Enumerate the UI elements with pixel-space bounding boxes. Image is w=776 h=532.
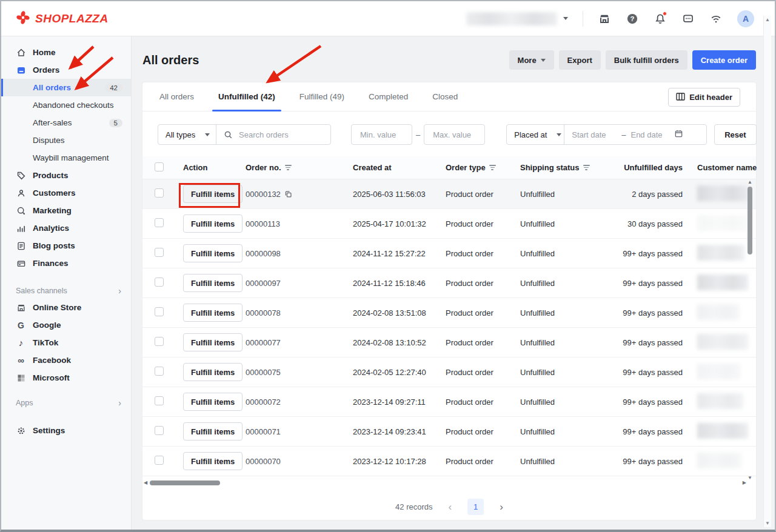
shoplazza-logo[interactable]: SHOPLAZZA <box>1 10 109 27</box>
sidebar-item-orders[interactable]: Orders <box>1 61 131 79</box>
fulfill-items-button[interactable]: Fulfill items <box>183 214 242 233</box>
more-button[interactable]: More <box>509 50 554 70</box>
row-checkbox[interactable] <box>155 307 164 316</box>
create-order-button[interactable]: Create order <box>692 50 756 70</box>
row-checkbox[interactable] <box>155 218 164 227</box>
filter-funnel-icon[interactable] <box>285 165 292 170</box>
order-number-link[interactable]: 00000113 <box>246 219 280 228</box>
order-number-link[interactable]: 00000071 <box>246 427 281 436</box>
scroll-down-arrow[interactable]: ▼ <box>746 475 754 481</box>
sidebar-item-marketing[interactable]: Marketing <box>1 202 131 219</box>
start-date-input[interactable] <box>570 130 618 140</box>
sidebar-item-blog-posts[interactable]: Blog posts <box>1 237 131 254</box>
notifications-bell-icon[interactable] <box>654 12 667 25</box>
row-checkbox[interactable] <box>155 396 164 405</box>
sidebar-item-all-orders[interactable]: All orders 42 <box>1 79 131 96</box>
sales-channels-section[interactable]: Sales channels › <box>1 283 131 299</box>
order-type-filter-select[interactable]: All types <box>158 125 216 144</box>
vertical-scroll-thumb[interactable] <box>748 187 752 254</box>
sidebar-item-finances[interactable]: Finances <box>1 254 131 272</box>
order-number-link[interactable]: 00000098 <box>246 249 281 258</box>
filter-funnel-icon[interactable] <box>583 165 590 170</box>
fulfill-items-button[interactable]: Fulfill items <box>183 185 242 203</box>
export-button[interactable]: Export <box>559 50 601 70</box>
horizontal-scroll-thumb[interactable] <box>150 480 220 485</box>
page-vertical-scrollbar[interactable]: ▲ ▼ <box>763 16 771 527</box>
tab-all-orders[interactable]: All orders <box>159 82 194 111</box>
filter-funnel-icon[interactable] <box>489 165 496 170</box>
order-number-link[interactable]: 00000075 <box>246 368 281 377</box>
fulfill-items-button[interactable]: Fulfill items <box>183 422 242 441</box>
page-scroll-up-arrow[interactable]: ▲ <box>764 17 771 22</box>
sidebar-item-tiktok[interactable]: ♪ TikTok <box>1 334 131 351</box>
copy-icon[interactable] <box>284 190 292 198</box>
fulfill-items-button[interactable]: Fulfill items <box>183 333 242 351</box>
row-checkbox[interactable] <box>155 456 164 465</box>
chat-icon[interactable] <box>681 12 695 25</box>
reset-filters-button[interactable]: Reset <box>714 124 756 145</box>
wifi-icon[interactable] <box>709 12 723 25</box>
row-checkbox[interactable] <box>155 426 164 435</box>
avatar[interactable]: A <box>737 10 754 27</box>
sidebar-item-analytics[interactable]: Analytics <box>1 219 131 237</box>
page-scroll-down-arrow[interactable]: ▼ <box>764 520 771 526</box>
created-at-cell: 2023-12-14 09:27:11 <box>353 397 446 407</box>
sidebar-item-google[interactable]: G Google <box>1 316 131 334</box>
fulfill-items-button[interactable]: Fulfill items <box>183 452 242 470</box>
max-value-input[interactable] <box>432 130 478 140</box>
page-number-1[interactable]: 1 <box>467 499 484 515</box>
sidebar-item-facebook[interactable]: ∞ Facebook <box>1 351 131 369</box>
row-checkbox[interactable] <box>155 248 164 257</box>
sidebar-item-abandoned-checkouts[interactable]: Abandoned checkouts <box>1 96 131 114</box>
sidebar-item-after-sales[interactable]: After-sales 5 <box>1 114 131 131</box>
row-checkbox[interactable] <box>155 337 164 346</box>
min-value-input[interactable] <box>359 130 405 140</box>
sidebar-item-settings[interactable]: Settings <box>1 422 131 439</box>
fulfill-items-button[interactable]: Fulfill items <box>183 274 242 292</box>
search-orders-input[interactable] <box>238 130 323 140</box>
chevron-right-icon: › <box>118 398 121 408</box>
sidebar-item-online-store[interactable]: Online Store <box>1 299 131 316</box>
order-number-link[interactable]: 00000097 <box>246 279 281 288</box>
select-all-checkbox[interactable] <box>155 162 164 171</box>
order-number-link[interactable]: 00000078 <box>246 308 281 318</box>
table-vertical-scrollbar[interactable]: ▲ ▼ <box>746 182 754 480</box>
edit-header-button[interactable]: Edit header <box>668 88 740 107</box>
help-icon[interactable]: ? <box>626 12 639 25</box>
store-switcher[interactable] <box>466 12 568 25</box>
fulfill-items-button[interactable]: Fulfill items <box>183 244 242 262</box>
scroll-left-arrow[interactable]: ◀ <box>144 480 147 486</box>
tab-completed[interactable]: Completed <box>369 82 408 111</box>
table-horizontal-scrollbar[interactable]: ◀ ▶ <box>144 479 748 487</box>
table-row: Fulfill items 00000098 2024-11-12 15:27:… <box>142 239 756 268</box>
next-page-chevron[interactable]: › <box>500 502 503 512</box>
fulfill-items-button[interactable]: Fulfill items <box>183 393 242 411</box>
sidebar-item-home[interactable]: Home <box>1 44 131 61</box>
apps-section[interactable]: Apps › <box>1 395 131 411</box>
order-number-link[interactable]: 00000072 <box>246 397 281 407</box>
tab-unfulfilled[interactable]: Unfulfilled (42) <box>218 82 275 111</box>
order-number-link[interactable]: 00000132 <box>246 190 281 199</box>
row-checkbox[interactable] <box>155 188 164 198</box>
sidebar-item-disputes[interactable]: Disputes <box>1 131 131 149</box>
end-date-input[interactable] <box>629 130 672 140</box>
order-number-link[interactable]: 00000070 <box>246 457 281 466</box>
order-number-link[interactable]: 00000077 <box>246 338 281 347</box>
sidebar-item-waybill-management[interactable]: Waybill management <box>1 149 131 167</box>
fulfill-items-button[interactable]: Fulfill items <box>183 363 242 381</box>
previous-page-chevron[interactable]: ‹ <box>449 502 452 512</box>
sidebar-item-customers[interactable]: Customers <box>1 184 131 202</box>
tab-fulfilled[interactable]: Fulfilled (49) <box>299 82 344 111</box>
scroll-up-arrow[interactable]: ▲ <box>746 179 754 185</box>
row-checkbox[interactable] <box>155 278 164 287</box>
calendar-icon[interactable] <box>674 129 683 141</box>
tab-closed[interactable]: Closed <box>432 82 458 111</box>
fulfill-items-button[interactable]: Fulfill items <box>183 304 242 322</box>
sidebar-item-products[interactable]: Products <box>1 167 131 184</box>
date-type-filter-select[interactable]: Placed at <box>507 125 564 144</box>
storefront-icon[interactable] <box>598 12 611 25</box>
row-checkbox[interactable] <box>155 367 164 376</box>
bulk-fulfill-orders-button[interactable]: Bulk fulfill orders <box>606 50 687 70</box>
google-icon: G <box>16 320 26 330</box>
sidebar-item-microsoft[interactable]: Microsoft <box>1 369 131 387</box>
